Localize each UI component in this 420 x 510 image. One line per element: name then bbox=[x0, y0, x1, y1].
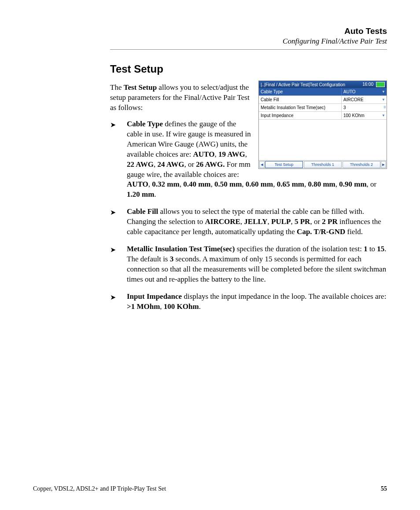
screenshot-titlebar: |..|Final / Active Pair Test|Test Config… bbox=[259, 81, 387, 88]
row-value: AIRCORE bbox=[343, 97, 364, 102]
config-row-input-impedance[interactable]: Input Impedance 100 KOhm▼ bbox=[259, 112, 387, 120]
config-row-cable-fill[interactable]: Cable Fill AIRCORE▼ bbox=[259, 96, 387, 104]
row-label: Cable Fill bbox=[259, 97, 341, 102]
row-value: 100 KOhm bbox=[343, 113, 365, 118]
screenshot-breadcrumb: |..|Final / Active Pair Test|Test Config… bbox=[261, 82, 345, 87]
header-rule bbox=[110, 49, 387, 50]
battery-icon bbox=[376, 82, 385, 87]
chevron-down-icon: ▼ bbox=[382, 98, 385, 102]
row-label: Cable Type bbox=[259, 89, 341, 94]
chevron-down-icon: ▼ bbox=[382, 90, 385, 94]
bullet-metallic-insulation: Metallic Insulation Test Time(sec) speci… bbox=[110, 244, 387, 285]
screenshot-time: 16:00 bbox=[362, 82, 373, 87]
bullet-cable-fill: Cable Fill allows you to select the type… bbox=[110, 207, 387, 237]
bullet-input-impedance: Input Impedance displays the input imped… bbox=[110, 292, 387, 312]
spinner-icon: ⠿ bbox=[383, 106, 385, 110]
row-label: Input Impedance bbox=[259, 113, 341, 118]
header-title: Auto Tests bbox=[112, 26, 387, 36]
config-row-metallic-insulation[interactable]: Metallic Insulation Test Time(sec) 3⠿ bbox=[259, 104, 387, 112]
page-header: Auto Tests Configuring Final/Active Pair… bbox=[33, 26, 387, 46]
row-value: AUTO bbox=[343, 89, 356, 94]
row-label: Metallic Insulation Test Time(sec) bbox=[259, 105, 341, 110]
section-title: Test Setup bbox=[110, 63, 387, 75]
footer-text: Copper, VDSL2, ADSL2+ and IP Triple-Play… bbox=[33, 485, 166, 492]
config-row-cable-type[interactable]: Cable Type AUTO▼ bbox=[259, 88, 387, 96]
row-value: 3 bbox=[343, 105, 346, 110]
page-footer: Copper, VDSL2, ADSL2+ and IP Triple-Play… bbox=[33, 485, 387, 492]
bullet-cable-type: Cable Type defines the gauge of the cabl… bbox=[110, 119, 387, 200]
chevron-down-icon: ▼ bbox=[382, 114, 385, 117]
header-subtitle: Configuring Final/Active Pair Test bbox=[112, 37, 387, 46]
page-number: 55 bbox=[381, 485, 387, 492]
